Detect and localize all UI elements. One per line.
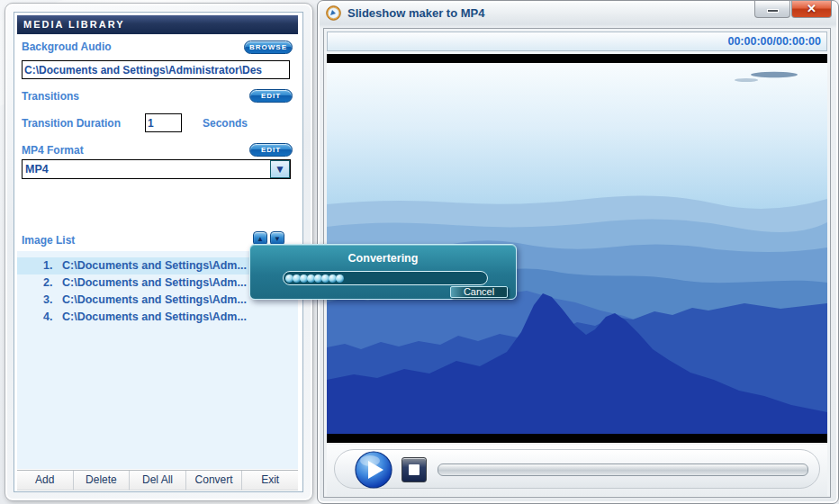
edit-transitions-button[interactable]: EDIT bbox=[249, 89, 293, 103]
transition-duration-label: Transition Duration bbox=[22, 117, 121, 130]
dropdown-arrow-icon[interactable]: ▼ bbox=[270, 160, 290, 178]
mp4-format-label: MP4 Format bbox=[22, 144, 84, 157]
dialog-title: Convertering bbox=[250, 252, 516, 265]
media-library-header: MEDIA LIBRARY bbox=[17, 15, 298, 34]
transitions-label: Transitions bbox=[22, 90, 79, 103]
browse-button[interactable]: BROWSE bbox=[244, 40, 293, 54]
minimize-button[interactable] bbox=[754, 1, 790, 18]
add-button[interactable]: Add bbox=[17, 471, 74, 490]
format-dropdown-value: MP4 bbox=[23, 160, 290, 178]
app-icon bbox=[326, 5, 341, 21]
window-title: Slideshow maker to MP4 bbox=[347, 6, 484, 20]
background-audio-label: Backgroud Audio bbox=[22, 40, 112, 53]
list-item[interactable]: 4.C:\Documents and Settings\Adm... bbox=[17, 309, 298, 326]
cancel-button[interactable]: Cancel bbox=[450, 286, 508, 298]
seconds-label: Seconds bbox=[203, 117, 248, 130]
edit-format-button[interactable]: EDIT bbox=[249, 143, 293, 157]
list-item-number: 2. bbox=[43, 274, 62, 292]
delete-button[interactable]: Delete bbox=[74, 471, 131, 490]
list-item-path: C:\Documents and Settings\Adm... bbox=[62, 293, 247, 306]
stop-icon bbox=[409, 464, 420, 475]
down-arrow-icon: ▼ bbox=[274, 235, 281, 243]
converting-dialog: Convertering Cancel bbox=[249, 244, 517, 300]
playback-controls bbox=[327, 445, 827, 496]
format-dropdown[interactable]: MP4 ▼ bbox=[22, 159, 291, 179]
progress-segment bbox=[336, 274, 344, 283]
bottom-button-strip: Add Delete Del All Convert Exit bbox=[17, 470, 298, 490]
list-item-path: C:\Documents and Settings\Adm... bbox=[62, 310, 247, 323]
titlebar: Slideshow maker to MP4 ✕ bbox=[318, 1, 838, 26]
up-arrow-icon: ▲ bbox=[257, 235, 264, 243]
list-item-number: 1. bbox=[43, 257, 62, 274]
play-button[interactable] bbox=[355, 451, 392, 489]
progress-balls bbox=[285, 274, 343, 283]
image-list-label: Image List bbox=[22, 234, 75, 247]
del-all-button[interactable]: Del All bbox=[130, 471, 186, 490]
close-button[interactable]: ✕ bbox=[791, 1, 832, 18]
progress-bar bbox=[283, 271, 488, 285]
convert-button[interactable]: Convert bbox=[186, 471, 243, 490]
transition-duration-input[interactable] bbox=[145, 113, 182, 132]
list-item-path: C:\Documents and Settings\Adm... bbox=[62, 276, 247, 289]
time-display: 00:00:00/00:00:00 bbox=[327, 32, 827, 51]
audio-path-input[interactable] bbox=[22, 60, 290, 79]
list-item-path: C:\Documents and Settings\Adm... bbox=[62, 259, 247, 272]
seek-slider[interactable] bbox=[438, 464, 808, 476]
controls-pill bbox=[334, 449, 820, 489]
list-item-number: 3. bbox=[43, 292, 62, 309]
list-item-number: 4. bbox=[43, 309, 62, 326]
exit-button[interactable]: Exit bbox=[242, 471, 298, 490]
stop-button[interactable] bbox=[401, 457, 427, 482]
close-icon: ✕ bbox=[807, 2, 816, 15]
minimize-icon bbox=[767, 9, 779, 13]
